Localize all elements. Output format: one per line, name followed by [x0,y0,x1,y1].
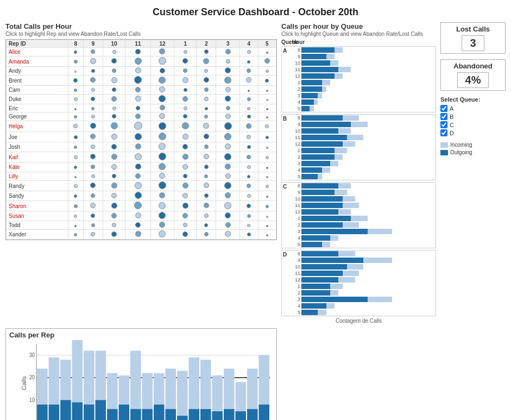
svg-rect-55 [212,411,223,420]
svg-rect-28 [107,409,117,420]
svg-rect-43 [166,409,176,420]
bubble-chart-table[interactable]: Rep ID8910111212345AliceAmandaAndyBrentC… [5,39,277,240]
svg-rect-13 [49,405,59,420]
total-calls-subtitle: Click to highlight Rep and view Abandon … [5,31,277,37]
queue-checkbox-B[interactable]: B [440,113,506,120]
abandoned-value: 4% [457,72,489,88]
svg-text:30: 30 [29,352,35,359]
lost-calls-box: Lost Calls 3 [440,22,506,54]
svg-rect-58 [224,409,234,420]
select-queue-label: Select Queue: [440,96,506,103]
svg-rect-40 [154,405,164,420]
queue-section-B: B8910111212345 [281,114,436,180]
svg-rect-22 [84,405,94,420]
svg-rect-61 [236,411,246,420]
abandoned-box: Abandoned 4% [440,59,506,91]
queue-section-D: D8910111212345 [281,250,436,316]
outgoing-legend-label: Outgoing [450,149,472,155]
queue-section-C: C8910111212345 [281,182,436,248]
select-queue-section: Select Queue: A B C D [440,96,506,136]
right-panel: Lost Calls 3 Abandoned 4% Select Queue: … [440,22,506,324]
queue-subtitle: Click to highlight Queue and view Abando… [281,31,436,37]
svg-text:20: 20 [29,374,35,381]
lost-calls-label: Lost Calls [443,25,503,33]
queue-checkbox-A[interactable]: A [440,105,506,112]
outgoing-color-swatch [440,150,448,155]
svg-rect-52 [200,409,211,420]
calls-per-rep-chart[interactable]: 0102030XanderGeorgeSharonBrentSandyEricS… [6,340,276,420]
queue-section-A: A8910111212345 [281,46,436,112]
svg-rect-10 [37,405,47,420]
total-calls-panel: Total Calls per Hour Click to highlight … [5,22,277,324]
queue-checkbox-D[interactable]: D [440,129,506,136]
calls-per-rep-title: Calls per Rep [6,329,276,340]
queue-title: Calls per hour by Queue [281,22,436,30]
svg-text:Calls: Calls [21,376,27,391]
svg-rect-25 [96,400,106,420]
svg-rect-31 [119,405,129,420]
svg-rect-45 [177,371,187,420]
lost-calls-value: 3 [462,35,484,51]
queue-x-axis-label: Contagem de Calls [281,318,436,324]
queue-checkbox-C[interactable]: C [440,121,506,128]
total-calls-title: Total Calls per Hour [5,22,277,30]
abandoned-label: Abandoned [443,62,503,70]
legend: Incoming Outgoing [440,142,506,155]
svg-rect-46 [177,416,187,420]
svg-rect-64 [247,409,257,420]
svg-text:10: 10 [29,397,35,403]
svg-rect-16 [60,400,71,420]
svg-rect-19 [72,402,83,420]
incoming-color-swatch [440,142,448,148]
incoming-legend: Incoming [440,142,506,148]
svg-rect-49 [189,409,199,420]
outgoing-legend: Outgoing [440,149,506,155]
svg-rect-67 [258,405,269,420]
queue-chart-area[interactable]: QueueHourA8910111212345B8910111212345C89… [281,39,436,316]
page-title: Customer Service Dashboard - October 20t… [0,0,511,22]
calls-per-rep-panel: Calls per Rep 0102030XanderGeorgeSharonB… [5,328,277,420]
svg-rect-34 [130,409,141,420]
queue-checkboxes[interactable]: A B C D [440,105,506,136]
incoming-legend-label: Incoming [450,142,472,148]
queue-panel: Calls per hour by Queue Click to highlig… [281,22,436,324]
svg-rect-37 [142,409,153,420]
